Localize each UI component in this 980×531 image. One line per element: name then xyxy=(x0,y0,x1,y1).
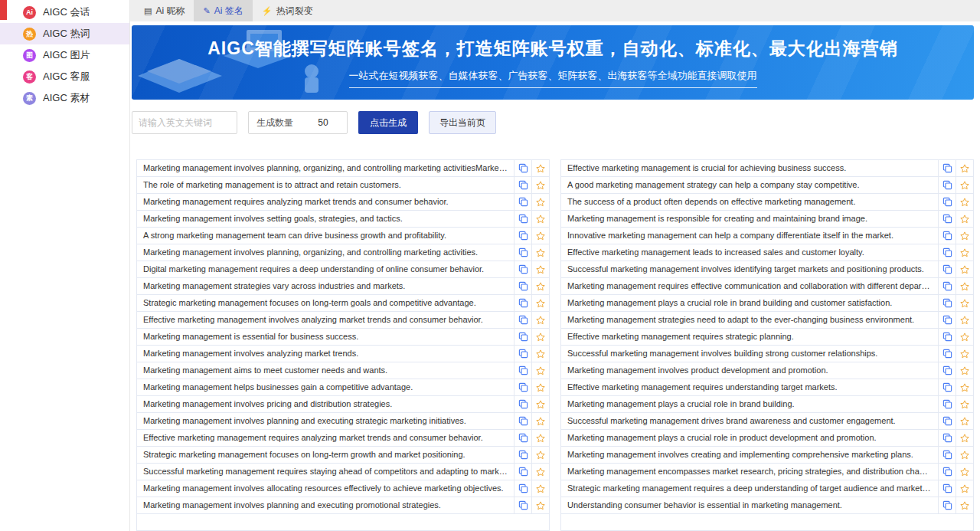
copy-button[interactable] xyxy=(514,430,531,446)
copy-button[interactable] xyxy=(514,413,531,429)
copy-button[interactable] xyxy=(514,346,531,362)
copy-button[interactable] xyxy=(514,278,531,294)
favorite-button[interactable] xyxy=(956,228,973,244)
favorite-button[interactable] xyxy=(956,346,973,362)
favorite-button[interactable] xyxy=(956,447,973,463)
copy-button[interactable] xyxy=(514,160,531,176)
favorite-button[interactable] xyxy=(956,329,973,345)
copy-button[interactable] xyxy=(514,261,531,277)
copy-button[interactable] xyxy=(938,228,956,244)
tab-ai-signature[interactable]: ✎ Ai 签名 xyxy=(194,0,252,21)
copy-button[interactable] xyxy=(514,329,531,345)
tab-hotword-fission[interactable]: ⚡ 热词裂变 xyxy=(253,0,322,21)
favorite-button[interactable] xyxy=(531,295,549,311)
favorite-button[interactable] xyxy=(531,177,549,193)
favorite-button[interactable] xyxy=(531,447,549,463)
tab-ai-nickname[interactable]: ▤ Ai 昵称 xyxy=(135,0,194,21)
copy-button[interactable] xyxy=(514,177,531,193)
favorite-button[interactable] xyxy=(956,278,973,294)
keyword-input[interactable] xyxy=(132,111,237,134)
favorite-button[interactable] xyxy=(956,379,973,395)
copy-button[interactable] xyxy=(938,177,956,193)
copy-button[interactable] xyxy=(938,312,956,328)
favorite-button[interactable] xyxy=(531,396,549,412)
favorite-button[interactable] xyxy=(956,261,973,277)
copy-button[interactable] xyxy=(938,396,956,412)
copy-button[interactable] xyxy=(514,362,531,379)
copy-button[interactable] xyxy=(514,497,531,513)
favorite-button[interactable] xyxy=(531,194,549,210)
favorite-button[interactable] xyxy=(956,295,973,311)
favorite-button[interactable] xyxy=(956,430,973,446)
favorite-button[interactable] xyxy=(531,228,549,244)
favorite-button[interactable] xyxy=(531,497,549,513)
copy-button[interactable] xyxy=(938,480,956,497)
favorite-button[interactable] xyxy=(531,413,549,429)
copy-button[interactable] xyxy=(938,346,956,362)
copy-button[interactable] xyxy=(938,244,956,261)
copy-button[interactable] xyxy=(938,464,956,480)
copy-button[interactable] xyxy=(514,447,531,463)
generate-button[interactable]: 点击生成 xyxy=(358,111,418,134)
favorite-button[interactable] xyxy=(531,211,549,227)
copy-button[interactable] xyxy=(514,312,531,328)
sidebar-item-aigc-material[interactable]: 素 AIGC 素材 xyxy=(0,87,129,109)
favorite-button[interactable] xyxy=(531,379,549,395)
favorite-button[interactable] xyxy=(956,480,973,497)
favorite-button[interactable] xyxy=(531,329,549,345)
copy-button[interactable] xyxy=(514,295,531,311)
copy-button[interactable] xyxy=(938,194,956,210)
favorite-button[interactable] xyxy=(956,413,973,429)
favorite-button[interactable] xyxy=(531,244,549,261)
favorite-button[interactable] xyxy=(531,160,549,176)
copy-button[interactable] xyxy=(938,430,956,446)
copy-button[interactable] xyxy=(938,295,956,311)
sidebar-item-aigc-hotwords[interactable]: 热 AIGC 热词 xyxy=(0,23,129,44)
favorite-button[interactable] xyxy=(956,177,973,193)
copy-button[interactable] xyxy=(938,278,956,294)
copy-button[interactable] xyxy=(938,379,956,395)
favorite-button[interactable] xyxy=(956,160,973,176)
favorite-button[interactable] xyxy=(956,464,973,480)
sidebar-item-aigc-service[interactable]: 客 AIGC 客服 xyxy=(0,66,129,87)
sidebar-menu: Ai AIGC 会话 热 AIGC 热词 图 AIGC 图片 客 AIGC 客服… xyxy=(0,2,129,109)
copy-button[interactable] xyxy=(938,413,956,429)
copy-button[interactable] xyxy=(514,396,531,412)
favorite-button[interactable] xyxy=(531,261,549,277)
favorite-button[interactable] xyxy=(956,211,973,227)
favorite-button[interactable] xyxy=(531,464,549,480)
copy-button[interactable] xyxy=(514,211,531,227)
copy-button[interactable] xyxy=(938,160,956,176)
favorite-button[interactable] xyxy=(956,497,973,513)
copy-button[interactable] xyxy=(514,244,531,261)
copy-button[interactable] xyxy=(938,447,956,463)
copy-button[interactable] xyxy=(514,464,531,480)
favorite-button[interactable] xyxy=(956,396,973,412)
copy-button[interactable] xyxy=(938,329,956,345)
copy-button[interactable] xyxy=(514,480,531,497)
favorite-button[interactable] xyxy=(531,278,549,294)
copy-button[interactable] xyxy=(938,362,956,379)
table-row: Understanding consumer behavior is essen… xyxy=(560,497,974,514)
copy-button[interactable] xyxy=(514,379,531,395)
copy-button[interactable] xyxy=(938,211,956,227)
copy-button[interactable] xyxy=(938,261,956,277)
copy-icon xyxy=(518,483,528,493)
favorite-button[interactable] xyxy=(531,346,549,362)
favorite-button[interactable] xyxy=(531,312,549,328)
copy-button[interactable] xyxy=(514,194,531,210)
export-button[interactable]: 导出当前页 xyxy=(429,111,496,134)
favorite-button[interactable] xyxy=(956,244,973,261)
favorite-button[interactable] xyxy=(956,362,973,379)
sidebar-item-aigc-image[interactable]: 图 AIGC 图片 xyxy=(0,44,129,66)
favorite-button[interactable] xyxy=(531,430,549,446)
favorite-button[interactable] xyxy=(531,362,549,379)
favorite-button[interactable] xyxy=(956,194,973,210)
count-input[interactable] xyxy=(301,117,345,128)
favorite-button[interactable] xyxy=(956,312,973,328)
sidebar-item-aigc-chat[interactable]: Ai AIGC 会话 xyxy=(0,2,129,23)
row-text: Successful marketing management drives b… xyxy=(561,413,938,429)
copy-button[interactable] xyxy=(938,497,956,513)
favorite-button[interactable] xyxy=(531,480,549,497)
copy-button[interactable] xyxy=(514,228,531,244)
